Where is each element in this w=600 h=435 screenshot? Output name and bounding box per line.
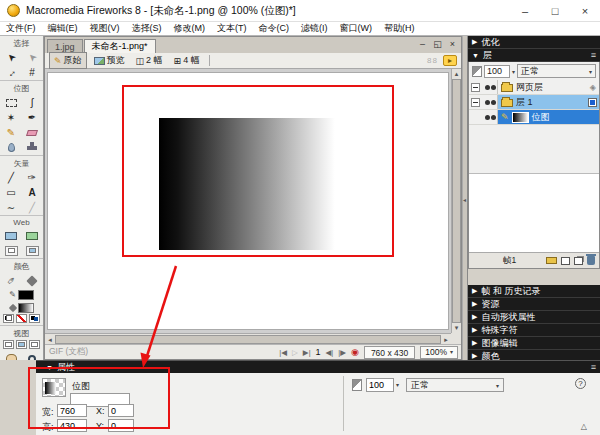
- frames-history-panel-header[interactable]: ▶ 帧 和 历史记录: [468, 285, 600, 298]
- image-editing-panel-header[interactable]: ▶ 图像编辑: [468, 337, 600, 350]
- new-bitmap-icon[interactable]: [561, 257, 570, 265]
- layer-row-bitmap[interactable]: ✎ 位图: [469, 110, 599, 125]
- scroll-right-arrow[interactable]: ▸: [441, 335, 451, 344]
- slice-tool[interactable]: [23, 228, 41, 243]
- crop-tool[interactable]: #: [23, 65, 41, 80]
- rubber-stamp-tool[interactable]: [23, 140, 41, 155]
- expand-toggle-icon[interactable]: [471, 83, 480, 92]
- horizontal-scrollbar[interactable]: ◂ ▸: [45, 333, 451, 344]
- canvas-area[interactable]: [45, 69, 451, 333]
- menu-text[interactable]: 文本(T): [211, 22, 253, 35]
- collapse-panel-icon[interactable]: △: [581, 422, 587, 431]
- active-layer-indicator[interactable]: [589, 99, 596, 106]
- visibility-eye-icon[interactable]: [485, 85, 490, 90]
- mode-2up-button[interactable]: ◫ 2 幅: [132, 53, 167, 68]
- quick-export-button[interactable]: ▸: [443, 55, 457, 66]
- autoshape-properties-panel-header[interactable]: ▶ 自动形状属性: [468, 311, 600, 324]
- pen-tool[interactable]: ✑: [23, 170, 41, 185]
- scale-tool[interactable]: ↔: [2, 65, 20, 80]
- menu-select[interactable]: 选择(S): [126, 22, 168, 35]
- optimize-panel-header[interactable]: ▶ 优化: [468, 36, 600, 49]
- hotspot-tool[interactable]: [2, 228, 20, 243]
- x-input[interactable]: [108, 404, 134, 417]
- menu-help[interactable]: 帮助(H): [378, 22, 421, 35]
- scroll-down-arrow[interactable]: ▾: [452, 323, 461, 333]
- paint-bucket-tool[interactable]: [23, 273, 41, 288]
- fill-color-swatch[interactable]: [18, 303, 34, 313]
- swap-colors-button[interactable]: [29, 314, 40, 323]
- new-sub-layer-icon[interactable]: [546, 257, 557, 264]
- tab-untitled-png[interactable]: 未命名-1.png*: [84, 39, 156, 53]
- menu-view[interactable]: 视图(V): [84, 22, 126, 35]
- y-input[interactable]: [108, 419, 134, 432]
- lasso-tool[interactable]: ʃ: [23, 95, 41, 110]
- document-page[interactable]: [47, 72, 449, 330]
- pointer-tool[interactable]: ➤: [2, 50, 20, 65]
- tab-1jpg[interactable]: 1.jpg: [47, 39, 83, 53]
- magic-wand-tool[interactable]: ✶: [2, 110, 20, 125]
- layers-panel-header[interactable]: ▼ 层 ≡: [468, 49, 600, 62]
- freeform-tool[interactable]: ∼: [2, 200, 20, 215]
- eyedropper-tool[interactable]: ✑: [2, 273, 20, 288]
- rectangle-tool[interactable]: ▭: [2, 185, 20, 200]
- layers-panel-menu-icon[interactable]: ≡: [591, 50, 596, 60]
- menu-commands[interactable]: 命令(C): [253, 22, 296, 35]
- layer-name[interactable]: 网页层: [516, 81, 543, 94]
- layers-opacity-field[interactable]: 100: [484, 65, 510, 78]
- mode-preview-button[interactable]: 预览: [90, 53, 129, 68]
- scroll-up-arrow[interactable]: ▴: [452, 69, 461, 79]
- eraser-tool[interactable]: [23, 125, 41, 140]
- first-frame-button[interactable]: |◀: [279, 348, 287, 357]
- next-frame-button[interactable]: |▶: [338, 348, 346, 357]
- close-button[interactable]: ×: [570, 0, 600, 22]
- zoom-level-dropdown[interactable]: 100% ▾: [420, 346, 458, 359]
- layer-row-layer1[interactable]: 层 1: [469, 95, 599, 110]
- visibility-eye-icon[interactable]: [485, 115, 490, 120]
- blend-mode-select[interactable]: 正常 ▾: [406, 378, 504, 392]
- scroll-left-arrow[interactable]: ◂: [45, 335, 55, 344]
- width-input[interactable]: [57, 404, 87, 417]
- hand-tool[interactable]: [2, 351, 20, 360]
- assets-panel-header[interactable]: ▶ 资源: [468, 298, 600, 311]
- subselection-tool[interactable]: ➤: [23, 50, 41, 65]
- opacity-caret-icon[interactable]: ▾: [396, 381, 399, 388]
- delete-layer-icon[interactable]: [587, 256, 595, 265]
- play-button[interactable]: ▷: [292, 348, 298, 357]
- stroke-color-well[interactable]: ✎: [2, 288, 41, 301]
- mode-4up-button[interactable]: ⊞ 4 幅: [170, 53, 204, 68]
- menu-file[interactable]: 文件(F): [0, 22, 42, 35]
- layer-name[interactable]: 位图: [532, 111, 550, 124]
- last-frame-button[interactable]: ▶|: [303, 348, 311, 357]
- knife-tool[interactable]: ╱: [23, 200, 41, 215]
- new-layer-icon[interactable]: [574, 257, 583, 265]
- layer-name[interactable]: 层 1: [516, 96, 533, 109]
- zoom-tool[interactable]: [23, 351, 41, 360]
- fill-color-well[interactable]: [2, 301, 41, 314]
- height-input[interactable]: [57, 419, 87, 432]
- horizontal-scroll-thumb[interactable]: [55, 335, 441, 344]
- special-characters-panel-header[interactable]: ▶ 特殊字符: [468, 324, 600, 337]
- fullscreen-button[interactable]: [29, 340, 40, 349]
- doc-close-button[interactable]: ×: [447, 39, 458, 49]
- blur-tool[interactable]: [2, 140, 20, 155]
- doc-restore-button[interactable]: ◱: [432, 39, 443, 49]
- previous-frame-button[interactable]: ◀|: [326, 348, 334, 357]
- standard-screen-button[interactable]: [3, 340, 14, 349]
- fullscreen-menus-button[interactable]: [16, 340, 27, 349]
- line-tool[interactable]: ╱: [2, 170, 20, 185]
- minimize-button[interactable]: –: [510, 0, 540, 22]
- stop-icon[interactable]: ◉: [351, 347, 359, 357]
- gradient-bitmap-object[interactable]: [159, 118, 346, 250]
- menu-filters[interactable]: 滤镜(I): [295, 22, 334, 35]
- text-tool[interactable]: A: [23, 185, 41, 200]
- vertical-scroll-thumb[interactable]: [452, 79, 461, 323]
- stroke-color-swatch[interactable]: [18, 290, 34, 300]
- properties-panel-menu-icon[interactable]: ≡: [591, 362, 596, 372]
- maximize-button[interactable]: □: [540, 0, 570, 22]
- default-colors-button[interactable]: [3, 314, 14, 323]
- layers-opacity-caret-icon[interactable]: ▾: [512, 68, 515, 75]
- visibility-eye-icon[interactable]: [485, 100, 490, 105]
- no-color-button[interactable]: [16, 314, 27, 323]
- menu-window[interactable]: 窗口(W): [334, 22, 379, 35]
- brush-tool[interactable]: ✒: [23, 110, 41, 125]
